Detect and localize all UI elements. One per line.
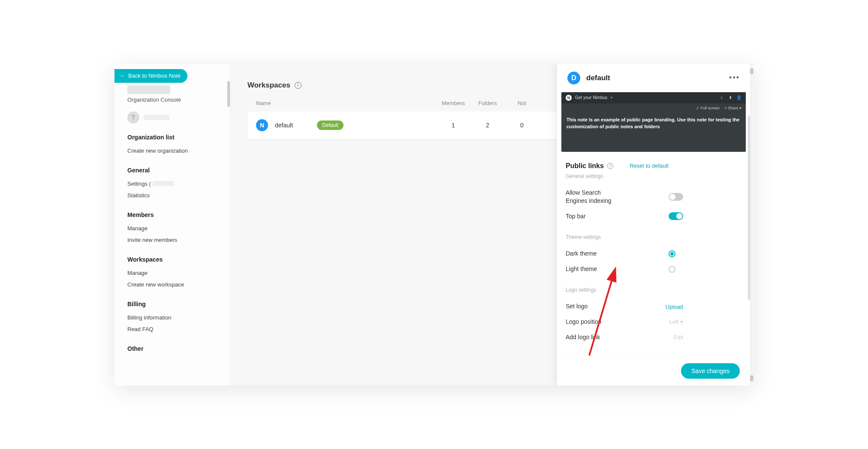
nav-header-members: Members (127, 211, 221, 218)
allow-search-label: Allow Search Engines indexing (566, 189, 621, 205)
setting-light-theme: Light theme (566, 262, 741, 277)
edit-link[interactable]: Edit (674, 334, 683, 341)
share-icon: < Share ▾ (725, 106, 741, 110)
moon-icon: ☾ (720, 95, 724, 100)
sidebar-scrollbar[interactable] (227, 81, 230, 107)
dark-theme-radio[interactable] (669, 250, 675, 257)
org-logo-placeholder (127, 85, 170, 94)
back-button-label: Back to Nimbus Note (128, 72, 181, 79)
panel-scrollbar[interactable] (748, 115, 750, 300)
nav-item-create-workspace[interactable]: Create new workspace (127, 279, 221, 290)
setting-set-logo: Set logo Upload (566, 299, 741, 314)
nav-item-billing-info[interactable]: Billing information (127, 312, 221, 323)
nav-header-other: Other (127, 345, 221, 352)
public-links-title: Public links (566, 162, 604, 170)
nav-header-workspaces: Workspaces (127, 256, 221, 263)
row-members: 1 (436, 122, 470, 129)
panel-footer: Save changes (557, 356, 750, 386)
sidebar: Organization Console T Organization list… (115, 64, 230, 386)
logo-position-value[interactable]: Left ▾ (669, 319, 683, 325)
nav-header-general: General (127, 167, 221, 174)
top-bar-label: Top bar (566, 212, 586, 221)
row-folders: 2 (470, 122, 505, 129)
download-icon: ⬇ (729, 95, 732, 100)
fullscreen-icon: ⤢ Full screen (696, 106, 720, 110)
nav-header-billing: Billing (127, 301, 221, 307)
nav-item-statistics[interactable]: Statistics (127, 190, 221, 201)
th-members: Members (436, 100, 470, 106)
logo-position-label: Logo position (566, 318, 601, 326)
help-icon[interactable]: ? (607, 163, 613, 169)
preview-topbar: N Get your Nimbus ▾ ☾ ⬇ 👤 (561, 92, 746, 103)
upload-link[interactable]: Upload (666, 304, 683, 310)
nav-item-create-org[interactable]: Create new organization (127, 145, 221, 157)
user-avatar: T (127, 111, 139, 124)
default-badge: Default (317, 121, 344, 130)
preview-box: N Get your Nimbus ▾ ☾ ⬇ 👤 ⤢ Full screen … (561, 92, 746, 152)
theme-settings-heading: Theme settings (566, 234, 741, 240)
setting-logo-position: Logo position Left ▾ (566, 314, 741, 330)
panel-title: default (586, 74, 723, 82)
nav-section-org-list: Organization list Create new organizatio… (127, 134, 221, 157)
save-changes-button[interactable]: Save changes (681, 363, 740, 379)
light-theme-radio[interactable] (669, 266, 675, 273)
logo-settings-heading: Logo settings (566, 287, 741, 293)
settings-panel: D default ••• N Get your Nimbus ▾ ☾ ⬇ 👤 … (557, 64, 750, 386)
page-title: Workspaces (247, 81, 290, 90)
outer-scrollbar-top[interactable] (750, 68, 753, 74)
user-icon: 👤 (736, 95, 741, 100)
user-name-placeholder (144, 115, 169, 120)
nav-item-invite-members[interactable]: Invite new members (127, 234, 221, 246)
nav-section-members: Members Manage Invite new members (127, 211, 221, 246)
settings-mask (153, 181, 174, 186)
chevron-down-icon: ▾ (611, 96, 612, 99)
nimbus-logo-icon: N (566, 95, 572, 101)
setting-dark-theme: Dark theme (566, 246, 741, 262)
nav-section-general: General Settings ( Statistics (127, 167, 221, 201)
nav-item-manage-workspaces[interactable]: Manage (127, 267, 221, 279)
user-row[interactable]: T (127, 111, 221, 124)
setting-top-bar: Top bar (566, 209, 741, 224)
th-name: Name (256, 100, 436, 106)
nav-item-settings-label: Settings ( (127, 181, 151, 187)
back-to-nimbus-button[interactable]: ← Back to Nimbus Note (115, 69, 187, 83)
public-links-header: Public links ? Reset to default (566, 162, 741, 170)
org-console-label: Organization Console (127, 96, 221, 103)
setting-allow-search: Allow Search Engines indexing (566, 185, 741, 209)
nav-section-workspaces: Workspaces Manage Create new workspace (127, 256, 221, 290)
setting-add-logo-link: Add logo link Edit (566, 330, 741, 345)
nav-header-org-list: Organization list (127, 134, 221, 141)
general-settings-heading: General settings (566, 173, 741, 179)
set-logo-label: Set logo (566, 302, 588, 311)
workspace-avatar: N (256, 119, 268, 131)
nav-section-other: Other (127, 345, 221, 352)
panel-header: D default ••• (557, 64, 750, 92)
nav-item-read-faq[interactable]: Read FAQ (127, 323, 221, 335)
app-root: ← Back to Nimbus Note Organization Conso… (115, 64, 753, 386)
arrow-left-icon: ← (120, 72, 126, 79)
panel-body: N Get your Nimbus ▾ ☾ ⬇ 👤 ⤢ Full screen … (557, 92, 750, 356)
workspace-name: default (275, 122, 293, 129)
nav-section-billing: Billing Billing information Read FAQ (127, 301, 221, 335)
nav-item-settings[interactable]: Settings ( (127, 178, 221, 190)
preview-brand: Get your Nimbus (575, 95, 607, 100)
th-folders: Folders (470, 100, 505, 106)
row-notes: 0 (505, 122, 539, 129)
preview-content-text: This note is an example of public page b… (561, 113, 746, 152)
preview-subbar: ⤢ Full screen < Share ▾ (561, 103, 746, 113)
nav-item-manage-members[interactable]: Manage (127, 223, 221, 234)
outer-scrollbar-bottom[interactable] (750, 375, 753, 381)
info-icon[interactable]: i (295, 82, 301, 89)
add-logo-link-label: Add logo link (566, 333, 600, 342)
panel-avatar: D (567, 72, 580, 84)
more-menu-icon[interactable]: ••• (729, 73, 740, 82)
th-notes: Not (505, 100, 539, 106)
light-theme-label: Light theme (566, 265, 597, 274)
reset-to-default-link[interactable]: Reset to default (630, 163, 669, 169)
top-bar-toggle[interactable] (669, 212, 683, 220)
allow-search-toggle[interactable] (669, 193, 683, 201)
dark-theme-label: Dark theme (566, 250, 597, 258)
